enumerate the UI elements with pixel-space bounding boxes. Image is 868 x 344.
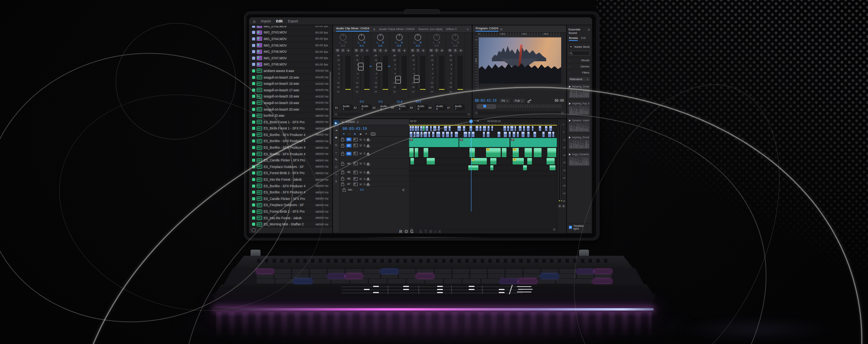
solo-button[interactable]: S	[363, 138, 365, 141]
automation-button[interactable]: ●	[402, 49, 407, 52]
audio-clip[interactable]	[446, 132, 449, 137]
solo-button[interactable]: S	[341, 49, 345, 52]
automation-button[interactable]: ●	[365, 49, 369, 52]
audio-clip[interactable]	[428, 132, 430, 137]
playhead[interactable]	[471, 119, 471, 211]
audio-clip[interactable]	[469, 148, 474, 157]
track-target-badge[interactable]: A3	[346, 152, 352, 156]
list-item[interactable]: ES_Bonfire - SFX Producer 448000 Hz	[250, 144, 332, 151]
keyboard-key[interactable]	[488, 269, 505, 274]
mute-button[interactable]: M	[360, 183, 362, 186]
audio-clip[interactable]	[509, 132, 511, 137]
category-genres[interactable]: ›Genres	[567, 63, 591, 69]
audio-clip[interactable]: fx	[471, 158, 486, 164]
keyboard-key[interactable]	[575, 279, 593, 284]
keyboard-key[interactable]	[276, 279, 293, 284]
list-item[interactable]: ES_Fireplace Outdoors - SF48000 Hz	[250, 164, 332, 170]
solo-button[interactable]: S	[397, 49, 401, 52]
play-icon[interactable]	[569, 119, 571, 122]
zoom-level-select[interactable]: Fit∨	[500, 99, 510, 103]
video-preview[interactable]	[479, 37, 561, 84]
list-item[interactable]: IMG_0748.MOV60.00 fps	[250, 62, 332, 68]
audio-clip[interactable]	[498, 132, 500, 137]
keyboard-key[interactable]	[328, 274, 345, 279]
audio-clip[interactable]	[410, 158, 414, 164]
list-item[interactable]: seagull-on-beach 19.wav44100 Hz	[250, 100, 332, 106]
goto-keyframe-icon[interactable]: ▸▏	[402, 188, 406, 191]
keyboard-key[interactable]	[350, 279, 368, 284]
scrub-zoom-handle[interactable]	[477, 104, 496, 109]
keyboard-key[interactable]	[407, 279, 424, 284]
sequence-tab[interactable]: × C0424 ≡	[340, 119, 409, 125]
tab-browse[interactable]: Browse	[569, 37, 578, 41]
keyboard-key[interactable]	[481, 279, 499, 284]
mic-icon[interactable]	[367, 153, 369, 155]
audio-clip[interactable]	[503, 126, 506, 131]
keyboard-key[interactable]	[274, 269, 291, 274]
list-item[interactable]: ambient waves 8.wav44100 Hz	[250, 68, 332, 74]
list-item[interactable]: seagull-on-beach 18.wav44100 Hz	[250, 94, 332, 100]
list-item[interactable]: IMG_0745.MOV60.00 fps	[250, 42, 332, 49]
audio-clip[interactable]	[552, 132, 554, 137]
track-header-a2[interactable]: A2MS	[340, 143, 409, 149]
audio-clip[interactable]	[547, 158, 555, 164]
fader-gain-value[interactable]: -10.9	[409, 100, 427, 103]
snap-icon[interactable]: ∩	[348, 133, 350, 135]
selection-tool[interactable]: ▶	[334, 121, 339, 126]
list-item[interactable]: ES_Into the Forest - Jakob48000 Hz	[250, 215, 332, 222]
automation-button[interactable]: ●	[421, 49, 426, 52]
pan-knob[interactable]	[396, 34, 403, 41]
mixer-strip-a3[interactable]: L····R0.0MS●dB1580-4-7-10-16-21	[371, 33, 390, 99]
pan-knob[interactable]	[414, 34, 421, 41]
keyboard-key[interactable]	[399, 269, 415, 274]
keyboard-key[interactable]	[541, 274, 558, 279]
audio-clip[interactable]	[545, 126, 547, 131]
audio-clip[interactable]: fx	[409, 138, 459, 147]
keyboard-key[interactable]	[595, 269, 611, 274]
audio-clip[interactable]	[424, 132, 427, 137]
list-item[interactable]: ES_Forest Birds 2 - SFX Pro48000 Hz	[250, 170, 332, 177]
panel-menu-icon[interactable]: ≡	[373, 27, 375, 31]
keyboard-key[interactable]	[417, 274, 433, 279]
keyboard-key[interactable]	[559, 274, 576, 279]
audio-clip[interactable]	[472, 132, 474, 137]
keyboard-key[interactable]	[346, 274, 362, 279]
solo-button[interactable]: S	[360, 49, 364, 52]
scrub-playhead[interactable]	[483, 105, 486, 107]
marker-icon[interactable]: ◆	[360, 133, 362, 136]
automation-button[interactable]: ●	[384, 49, 388, 52]
lock-icon[interactable]	[341, 163, 344, 166]
program-timecode[interactable]: 00:03:43:19	[475, 99, 496, 102]
pan-knob[interactable]	[433, 34, 440, 41]
audio-clip[interactable]	[504, 132, 507, 137]
audio-clip[interactable]	[490, 158, 496, 164]
meter-solo-button[interactable]: S	[562, 205, 565, 208]
fader-handle[interactable]	[414, 75, 419, 83]
tab-audio-clip-mixer-c0424[interactable]: Audio Clip Mixer: C0424	[336, 27, 369, 32]
track-header-a6[interactable]: A6MS	[340, 176, 409, 182]
audio-clip[interactable]	[464, 132, 467, 137]
mixer-track-label[interactable]: A3Audio 3	[371, 104, 390, 111]
keyboard-key[interactable]	[363, 274, 380, 279]
category-filters[interactable]: ›Filters	[567, 69, 591, 76]
close-icon[interactable]: ×	[342, 120, 344, 124]
track-target-badge[interactable]: A1	[346, 138, 352, 141]
fader-gain-value[interactable]: 0.0	[371, 100, 390, 103]
audio-clip[interactable]	[487, 132, 490, 137]
keyboard-key[interactable]	[506, 274, 522, 279]
audio-clip[interactable]	[525, 148, 532, 157]
audio-clip[interactable]	[523, 165, 527, 170]
audio-clip[interactable]	[442, 132, 444, 137]
pan-knob[interactable]	[377, 34, 384, 41]
menu-item-import[interactable]: Import	[261, 19, 271, 23]
rectangle-tool[interactable]: □	[334, 164, 339, 169]
audio-clip[interactable]	[421, 132, 422, 137]
keyboard-key[interactable]	[381, 274, 398, 279]
audio-clip[interactable]	[534, 148, 541, 157]
mixer-track-label[interactable]: A2Audio 2	[353, 104, 372, 111]
keyboard-key[interactable]	[257, 269, 273, 274]
keyboard-key[interactable]	[577, 274, 594, 279]
list-item[interactable]: ES_Forest Birds 2 - SFX Pro48000 Hz	[250, 208, 332, 215]
audio-clip[interactable]	[444, 126, 447, 131]
keyboard-key[interactable]	[463, 279, 480, 284]
